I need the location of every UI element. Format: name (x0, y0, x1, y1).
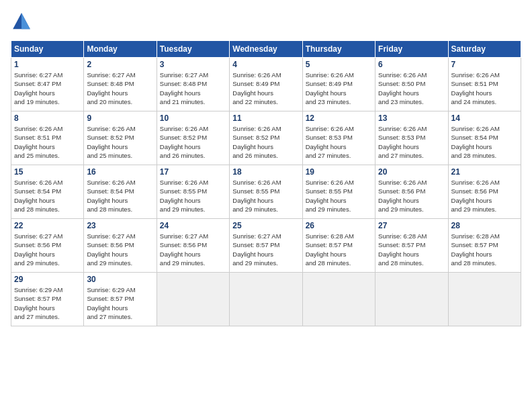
day-info: Sunrise: 6:27 AM Sunset: 8:56 PM Dayligh… (160, 232, 226, 267)
day-info: Sunrise: 6:26 AM Sunset: 8:56 PM Dayligh… (451, 178, 518, 214)
empty-day (302, 273, 375, 326)
calendar-row: 1 Sunrise: 6:27 AM Sunset: 8:47 PM Dayli… (11, 58, 521, 111)
day-number: 25 (232, 221, 299, 230)
day-info: Sunrise: 6:26 AM Sunset: 8:52 PM Dayligh… (87, 124, 153, 160)
calendar-day: 11 Sunrise: 6:26 AM Sunset: 8:52 PM Dayl… (230, 111, 302, 165)
page: SundayMondayTuesdayWednesdayThursdayFrid… (0, 0, 532, 411)
day-number: 9 (87, 113, 153, 123)
calendar-day: 3 Sunrise: 6:27 AM Sunset: 8:48 PM Dayli… (157, 58, 229, 111)
day-info: Sunrise: 6:26 AM Sunset: 8:53 PM Dayligh… (306, 124, 372, 160)
calendar-day: 13 Sunrise: 6:26 AM Sunset: 8:53 PM Dayl… (375, 111, 448, 165)
calendar-header-row: SundayMondayTuesdayWednesdayThursdayFrid… (11, 41, 521, 58)
calendar-day: 12 Sunrise: 6:26 AM Sunset: 8:53 PM Dayl… (302, 111, 375, 165)
day-number: 8 (14, 113, 81, 123)
day-number: 18 (232, 167, 299, 177)
day-info: Sunrise: 6:26 AM Sunset: 8:56 PM Dayligh… (378, 178, 445, 214)
day-number: 21 (451, 167, 518, 177)
weekday-header: Friday (375, 41, 448, 58)
day-number: 23 (87, 221, 153, 230)
day-info: Sunrise: 6:26 AM Sunset: 8:55 PM Dayligh… (160, 178, 226, 214)
calendar-day: 9 Sunrise: 6:26 AM Sunset: 8:52 PM Dayli… (84, 111, 157, 165)
weekday-header: Tuesday (157, 41, 229, 58)
day-number: 28 (451, 221, 518, 230)
weekday-header: Wednesday (230, 41, 302, 58)
day-number: 5 (306, 60, 372, 69)
svg-marker-1 (21, 13, 30, 29)
calendar-row: 15 Sunrise: 6:26 AM Sunset: 8:54 PM Dayl… (11, 165, 521, 219)
day-info: Sunrise: 6:26 AM Sunset: 8:55 PM Dayligh… (306, 178, 372, 214)
empty-day (157, 273, 229, 326)
calendar-day: 2 Sunrise: 6:27 AM Sunset: 8:48 PM Dayli… (84, 58, 157, 111)
day-info: Sunrise: 6:26 AM Sunset: 8:50 PM Dayligh… (378, 71, 445, 106)
day-number: 19 (306, 167, 372, 177)
calendar-day: 22 Sunrise: 6:27 AM Sunset: 8:56 PM Dayl… (11, 219, 84, 273)
day-number: 6 (378, 60, 445, 69)
day-number: 7 (451, 60, 518, 69)
day-number: 24 (160, 221, 226, 230)
calendar-row: 8 Sunrise: 6:26 AM Sunset: 8:51 PM Dayli… (11, 111, 521, 165)
calendar-day: 1 Sunrise: 6:27 AM Sunset: 8:47 PM Dayli… (11, 58, 84, 111)
calendar-row: 22 Sunrise: 6:27 AM Sunset: 8:56 PM Dayl… (11, 219, 521, 273)
day-info: Sunrise: 6:26 AM Sunset: 8:54 PM Dayligh… (451, 124, 518, 160)
calendar-day: 7 Sunrise: 6:26 AM Sunset: 8:51 PM Dayli… (448, 58, 521, 111)
weekday-header: Saturday (448, 41, 521, 58)
calendar-day: 24 Sunrise: 6:27 AM Sunset: 8:56 PM Dayl… (157, 219, 229, 273)
calendar-day: 4 Sunrise: 6:26 AM Sunset: 8:49 PM Dayli… (230, 58, 302, 111)
calendar-day: 28 Sunrise: 6:28 AM Sunset: 8:57 PM Dayl… (448, 219, 521, 273)
day-number: 20 (378, 167, 445, 177)
day-info: Sunrise: 6:26 AM Sunset: 8:54 PM Dayligh… (87, 178, 153, 214)
day-number: 3 (160, 60, 226, 69)
day-number: 27 (378, 221, 445, 230)
calendar-day: 18 Sunrise: 6:26 AM Sunset: 8:55 PM Dayl… (230, 165, 302, 219)
day-info: Sunrise: 6:26 AM Sunset: 8:55 PM Dayligh… (232, 178, 299, 214)
logo (11, 11, 35, 32)
day-number: 29 (14, 275, 81, 284)
calendar-day: 25 Sunrise: 6:27 AM Sunset: 8:57 PM Dayl… (230, 219, 302, 273)
calendar-day: 27 Sunrise: 6:28 AM Sunset: 8:57 PM Dayl… (375, 219, 448, 273)
day-info: Sunrise: 6:26 AM Sunset: 8:51 PM Dayligh… (451, 71, 518, 106)
day-info: Sunrise: 6:26 AM Sunset: 8:49 PM Dayligh… (306, 71, 372, 106)
calendar-day: 17 Sunrise: 6:26 AM Sunset: 8:55 PM Dayl… (157, 165, 229, 219)
day-number: 4 (232, 60, 299, 69)
day-info: Sunrise: 6:27 AM Sunset: 8:47 PM Dayligh… (14, 71, 81, 106)
day-number: 22 (14, 221, 81, 230)
calendar-day: 14 Sunrise: 6:26 AM Sunset: 8:54 PM Dayl… (448, 111, 521, 165)
empty-day (230, 273, 302, 326)
logo-icon (11, 11, 32, 32)
calendar-table: SundayMondayTuesdayWednesdayThursdayFrid… (11, 40, 521, 326)
day-info: Sunrise: 6:28 AM Sunset: 8:57 PM Dayligh… (306, 232, 372, 267)
day-info: Sunrise: 6:26 AM Sunset: 8:52 PM Dayligh… (232, 124, 299, 160)
day-number: 26 (306, 221, 372, 230)
day-number: 1 (14, 60, 81, 69)
weekday-header: Sunday (11, 41, 84, 58)
calendar-day: 20 Sunrise: 6:26 AM Sunset: 8:56 PM Dayl… (375, 165, 448, 219)
calendar-day: 19 Sunrise: 6:26 AM Sunset: 8:55 PM Dayl… (302, 165, 375, 219)
day-number: 13 (378, 113, 445, 123)
day-number: 16 (87, 167, 153, 177)
day-info: Sunrise: 6:27 AM Sunset: 8:48 PM Dayligh… (160, 71, 226, 106)
day-number: 14 (451, 113, 518, 123)
calendar-day: 30 Sunrise: 6:29 AM Sunset: 8:57 PM Dayl… (84, 273, 157, 326)
day-info: Sunrise: 6:27 AM Sunset: 8:48 PM Dayligh… (87, 71, 153, 106)
calendar-day: 21 Sunrise: 6:26 AM Sunset: 8:56 PM Dayl… (448, 165, 521, 219)
header (11, 11, 521, 32)
day-info: Sunrise: 6:27 AM Sunset: 8:56 PM Dayligh… (87, 232, 153, 267)
empty-day (448, 273, 521, 326)
day-info: Sunrise: 6:26 AM Sunset: 8:52 PM Dayligh… (160, 124, 226, 160)
day-number: 10 (160, 113, 226, 123)
day-number: 17 (160, 167, 226, 177)
day-info: Sunrise: 6:29 AM Sunset: 8:57 PM Dayligh… (87, 285, 153, 321)
calendar-row: 29 Sunrise: 6:29 AM Sunset: 8:57 PM Dayl… (11, 273, 521, 326)
day-number: 12 (306, 113, 372, 123)
empty-day (375, 273, 448, 326)
weekday-header: Thursday (302, 41, 375, 58)
day-number: 30 (87, 275, 153, 284)
calendar-day: 6 Sunrise: 6:26 AM Sunset: 8:50 PM Dayli… (375, 58, 448, 111)
calendar-day: 26 Sunrise: 6:28 AM Sunset: 8:57 PM Dayl… (302, 219, 375, 273)
calendar-day: 8 Sunrise: 6:26 AM Sunset: 8:51 PM Dayli… (11, 111, 84, 165)
day-info: Sunrise: 6:26 AM Sunset: 8:54 PM Dayligh… (14, 178, 81, 214)
calendar-day: 16 Sunrise: 6:26 AM Sunset: 8:54 PM Dayl… (84, 165, 157, 219)
day-info: Sunrise: 6:26 AM Sunset: 8:49 PM Dayligh… (232, 71, 299, 106)
day-info: Sunrise: 6:26 AM Sunset: 8:51 PM Dayligh… (14, 124, 81, 160)
calendar-day: 5 Sunrise: 6:26 AM Sunset: 8:49 PM Dayli… (302, 58, 375, 111)
